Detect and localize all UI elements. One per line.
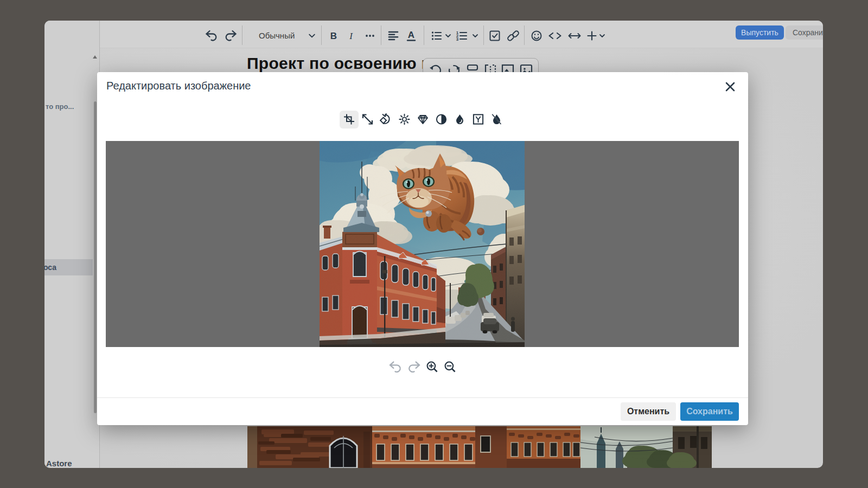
svg-text:I: I bbox=[349, 31, 353, 41]
svg-text:Обычный: Обычный bbox=[259, 31, 295, 40]
svg-text:3: 3 bbox=[456, 37, 459, 42]
svg-text:B: B bbox=[330, 31, 337, 41]
svg-text:A: A bbox=[408, 30, 414, 40]
